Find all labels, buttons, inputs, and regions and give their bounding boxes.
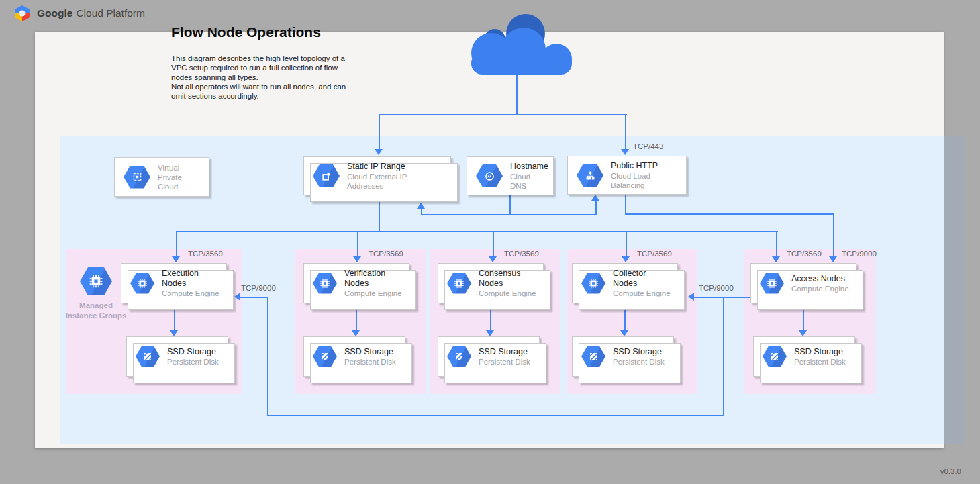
card-ssd-collector: SSD Storage Persistent Disk: [572, 336, 674, 377]
connector: [379, 114, 627, 115]
page-title: Flow Node Operations: [171, 24, 321, 40]
connector: [267, 297, 268, 416]
connector: [833, 213, 834, 257]
arrowhead-down: [170, 330, 178, 336]
description-line: This diagram describes the high level to…: [171, 54, 346, 63]
persistent-disk-icon: [581, 346, 605, 367]
arrowhead-down: [172, 256, 180, 262]
brand-cloud-platform: Cloud Platform: [76, 7, 145, 19]
connector: [176, 232, 177, 256]
card-verification-nodes: Verification Nodes Compute Engine: [303, 263, 409, 303]
compute-engine-icon: [760, 273, 784, 294]
card-ssd-access: SSD Storage Persistent Disk: [753, 336, 855, 377]
brand-text: GoogleCloud Platform: [37, 7, 145, 19]
card-title: SSD Storage: [613, 347, 665, 357]
cloud-icon: [458, 11, 579, 75]
persistent-disk-icon: [447, 346, 471, 367]
arrowhead-down: [799, 330, 807, 336]
connector: [516, 72, 518, 115]
arrowhead-down: [375, 149, 383, 155]
edge-label-tcp3569: TCP/3569: [188, 250, 223, 258]
connector: [625, 195, 626, 214]
card-hostname: Hostname Cloud DNS: [467, 156, 554, 195]
connector: [723, 297, 724, 416]
card-execution-nodes: Execution Nodes Compute Engine: [121, 263, 227, 303]
card-subtitle: Compute Engine: [162, 289, 221, 298]
connector: [357, 232, 358, 256]
card-subtitle: Persistent Disk: [794, 357, 846, 367]
description-line: nodes spanning all types.: [171, 72, 346, 82]
edge-label-tcp3569: TCP/3569: [637, 250, 672, 258]
connector: [625, 213, 834, 215]
card-title: Static IP Range: [347, 162, 445, 172]
gcp-logo-icon: [13, 5, 31, 22]
description-line: VPC setup required to run a full collect…: [171, 63, 346, 72]
card-subtitle: Compute Engine: [479, 289, 538, 298]
arrowhead-up: [417, 203, 425, 209]
card-subtitle: Persistent Disk: [344, 357, 396, 367]
gcp-brand: GoogleCloud Platform: [13, 5, 145, 22]
page-description: This diagram describes the high level to…: [171, 54, 346, 101]
connector: [803, 310, 804, 330]
edge-label-tcp9000-collector: TCP/9000: [699, 284, 734, 292]
card-ssd-verification: SSD Storage Persistent Disk: [303, 336, 405, 377]
compute-engine-icon: [447, 273, 471, 294]
version-label: v0.3.0: [940, 467, 961, 475]
card-title: Access Nodes: [791, 274, 849, 284]
edge-label-tcp3569: TCP/3569: [787, 250, 822, 258]
connector: [626, 232, 627, 256]
edge-label-tcp443: TCP/443: [633, 142, 663, 150]
arrowhead-down: [486, 330, 494, 336]
card-title: Collector Nodes: [613, 269, 672, 289]
card-ssd-consensus: SSD Storage Persistent Disk: [438, 336, 540, 377]
card-subtitle: Cloud External IP Addresses: [347, 172, 445, 191]
arrowhead-down: [622, 256, 630, 262]
card-consensus-nodes: Consensus Nodes Compute Engine: [438, 263, 544, 303]
card-title: Virtual Private Cloud: [158, 163, 203, 191]
arrowhead-down: [352, 330, 360, 336]
card-collector-nodes: Collector Nodes Compute Engine: [572, 263, 678, 303]
arrowhead-down: [829, 256, 837, 262]
persistent-disk-icon: [763, 346, 787, 367]
connector: [379, 115, 380, 149]
arrowhead-down: [772, 256, 780, 262]
connector: [595, 201, 597, 215]
connector: [176, 231, 778, 232]
compute-engine-icon: [313, 273, 337, 294]
card-ssd-execution: SSD Storage Persistent Disk: [126, 336, 228, 377]
connector: [625, 115, 626, 149]
card-virtual-private-cloud: Virtual Private Cloud: [114, 157, 209, 197]
connector: [694, 297, 750, 298]
card-title: SSD Storage: [794, 347, 846, 357]
connector: [493, 232, 494, 256]
compute-engine-icon: [130, 273, 154, 294]
card-subtitle: Persistent Disk: [613, 357, 665, 367]
cloud-dns-icon: [476, 164, 503, 187]
card-title: Verification Nodes: [344, 269, 403, 289]
connector: [490, 310, 491, 330]
arrowhead-down: [489, 256, 497, 262]
connector: [240, 297, 268, 298]
arrowhead-left: [234, 293, 240, 301]
connector: [174, 310, 175, 330]
card-access-nodes: Access Nodes Compute Engine: [750, 263, 856, 303]
load-balancer-icon: [577, 164, 603, 187]
description-line: omit sections accordingly.: [171, 91, 346, 101]
card-subtitle: Compute Engine: [613, 289, 672, 298]
card-subtitle: Persistent Disk: [167, 357, 219, 367]
card-public-http: Public HTTP Cloud Load Balancing: [567, 156, 687, 195]
card-title: SSD Storage: [344, 347, 396, 357]
vpc-region-bleed: [944, 136, 964, 444]
card-subtitle: Cloud Load Balancing: [611, 171, 681, 190]
card-static-ip-range: Static IP Range Cloud External IP Addres…: [303, 156, 451, 195]
card-subtitle: Cloud DNS: [510, 172, 548, 191]
diagram-page: GoogleCloud Platform Flow Node Operation…: [0, 0, 980, 484]
edge-label-tcp3569: TCP/3569: [369, 250, 403, 258]
arrowhead-left: [688, 293, 694, 301]
arrowhead-down: [620, 330, 628, 336]
card-subtitle: Compute Engine: [344, 289, 403, 298]
arrowhead-down: [621, 149, 629, 155]
managed-instance-groups-label: Managed Instance Groups: [65, 301, 127, 321]
card-title: Consensus Nodes: [479, 269, 538, 289]
edge-label-tcp3569: TCP/3569: [504, 250, 539, 258]
